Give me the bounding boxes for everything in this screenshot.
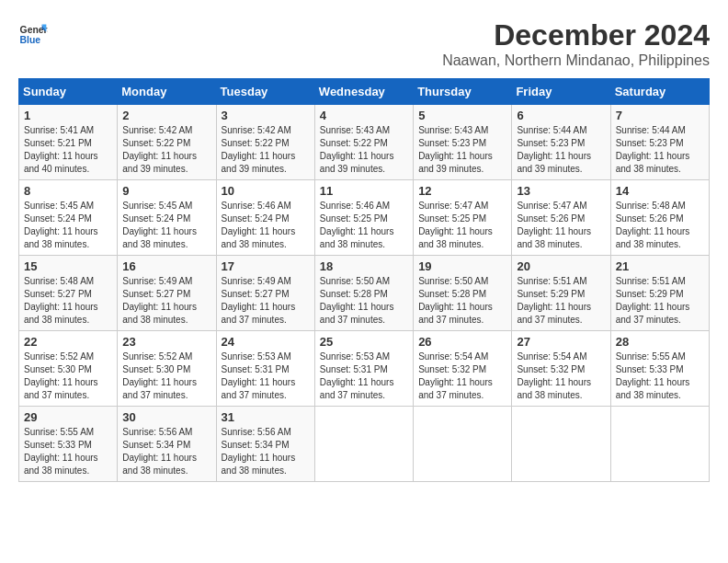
day-number: 20: [517, 259, 605, 273]
day-number: 3: [222, 109, 310, 122]
calendar-week-row: 1Sunrise: 5:41 AM Sunset: 5:21 PM Daylig…: [19, 105, 710, 180]
title-area: December 2024 Naawan, Northern Mindanao,…: [442, 18, 710, 69]
day-number: 16: [122, 259, 210, 273]
day-info: Sunrise: 5:51 AM Sunset: 5:29 PM Dayligh…: [616, 275, 704, 327]
day-info: Sunrise: 5:42 AM Sunset: 5:22 PM Dayligh…: [222, 124, 310, 176]
day-info: Sunrise: 5:49 AM Sunset: 5:27 PM Dayligh…: [222, 275, 310, 327]
calendar-cell: [314, 407, 413, 482]
day-number: 13: [517, 184, 605, 198]
day-info: Sunrise: 5:53 AM Sunset: 5:31 PM Dayligh…: [320, 350, 408, 402]
day-number: 29: [24, 410, 112, 424]
day-info: Sunrise: 5:50 AM Sunset: 5:28 PM Dayligh…: [418, 275, 506, 327]
day-info: Sunrise: 5:54 AM Sunset: 5:32 PM Dayligh…: [517, 350, 605, 402]
header: General Blue December 2024 Naawan, North…: [18, 18, 710, 69]
calendar-header-cell: Thursday: [414, 79, 512, 105]
calendar-header-cell: Sunday: [19, 79, 118, 105]
day-info: Sunrise: 5:43 AM Sunset: 5:22 PM Dayligh…: [320, 124, 408, 176]
day-number: 26: [418, 335, 506, 349]
calendar-cell: 16Sunrise: 5:49 AM Sunset: 5:27 PM Dayli…: [118, 256, 216, 331]
day-info: Sunrise: 5:43 AM Sunset: 5:23 PM Dayligh…: [418, 124, 506, 176]
calendar-cell: 5Sunrise: 5:43 AM Sunset: 5:23 PM Daylig…: [414, 105, 512, 180]
day-info: Sunrise: 5:55 AM Sunset: 5:33 PM Dayligh…: [616, 350, 704, 402]
calendar-header: SundayMondayTuesdayWednesdayThursdayFrid…: [19, 79, 710, 105]
day-info: Sunrise: 5:53 AM Sunset: 5:31 PM Dayligh…: [222, 350, 310, 402]
calendar-header-cell: Monday: [118, 79, 216, 105]
calendar-week-row: 29Sunrise: 5:55 AM Sunset: 5:33 PM Dayli…: [19, 407, 710, 482]
day-number: 21: [616, 259, 704, 273]
day-number: 15: [24, 259, 112, 273]
day-info: Sunrise: 5:52 AM Sunset: 5:30 PM Dayligh…: [122, 350, 210, 402]
calendar-cell: 8Sunrise: 5:45 AM Sunset: 5:24 PM Daylig…: [19, 180, 118, 256]
logo: General Blue: [18, 18, 48, 48]
day-number: 10: [222, 184, 310, 198]
day-info: Sunrise: 5:46 AM Sunset: 5:24 PM Dayligh…: [222, 200, 310, 251]
day-info: Sunrise: 5:45 AM Sunset: 5:24 PM Dayligh…: [122, 200, 210, 251]
day-info: Sunrise: 5:54 AM Sunset: 5:32 PM Dayligh…: [418, 350, 506, 402]
calendar-cell: 26Sunrise: 5:54 AM Sunset: 5:32 PM Dayli…: [414, 331, 512, 407]
calendar-cell: 11Sunrise: 5:46 AM Sunset: 5:25 PM Dayli…: [314, 180, 413, 256]
day-number: 30: [122, 410, 210, 424]
day-number: 8: [24, 184, 112, 198]
day-number: 4: [320, 109, 408, 122]
day-number: 6: [517, 109, 605, 122]
day-info: Sunrise: 5:45 AM Sunset: 5:24 PM Dayligh…: [24, 200, 112, 251]
day-info: Sunrise: 5:42 AM Sunset: 5:22 PM Dayligh…: [122, 124, 210, 176]
day-info: Sunrise: 5:48 AM Sunset: 5:27 PM Dayligh…: [24, 275, 112, 327]
svg-text:Blue: Blue: [20, 35, 41, 45]
calendar-cell: 9Sunrise: 5:45 AM Sunset: 5:24 PM Daylig…: [118, 180, 216, 256]
calendar-header-cell: Friday: [512, 79, 610, 105]
calendar-cell: 25Sunrise: 5:53 AM Sunset: 5:31 PM Dayli…: [314, 331, 413, 407]
day-number: 31: [222, 410, 310, 424]
day-info: Sunrise: 5:52 AM Sunset: 5:30 PM Dayligh…: [24, 350, 112, 402]
subtitle: Naawan, Northern Mindanao, Philippines: [442, 52, 710, 69]
day-number: 28: [616, 335, 704, 349]
day-number: 23: [122, 335, 210, 349]
calendar-cell: 28Sunrise: 5:55 AM Sunset: 5:33 PM Dayli…: [610, 331, 709, 407]
calendar-body: 1Sunrise: 5:41 AM Sunset: 5:21 PM Daylig…: [19, 105, 710, 482]
day-number: 25: [320, 335, 408, 349]
calendar-table: SundayMondayTuesdayWednesdayThursdayFrid…: [18, 78, 710, 482]
calendar-cell: [610, 407, 709, 482]
day-info: Sunrise: 5:56 AM Sunset: 5:34 PM Dayligh…: [222, 426, 310, 477]
day-info: Sunrise: 5:46 AM Sunset: 5:25 PM Dayligh…: [320, 200, 408, 251]
calendar-cell: 12Sunrise: 5:47 AM Sunset: 5:25 PM Dayli…: [414, 180, 512, 256]
calendar-cell: [414, 407, 512, 482]
calendar-cell: 1Sunrise: 5:41 AM Sunset: 5:21 PM Daylig…: [19, 105, 118, 180]
day-info: Sunrise: 5:55 AM Sunset: 5:33 PM Dayligh…: [24, 426, 112, 477]
day-number: 17: [222, 259, 310, 273]
calendar-week-row: 15Sunrise: 5:48 AM Sunset: 5:27 PM Dayli…: [19, 256, 710, 331]
day-number: 9: [122, 184, 210, 198]
calendar-cell: 23Sunrise: 5:52 AM Sunset: 5:30 PM Dayli…: [118, 331, 216, 407]
calendar-cell: 22Sunrise: 5:52 AM Sunset: 5:30 PM Dayli…: [19, 331, 118, 407]
calendar-cell: 27Sunrise: 5:54 AM Sunset: 5:32 PM Dayli…: [512, 331, 610, 407]
day-number: 27: [517, 335, 605, 349]
day-number: 7: [616, 109, 704, 122]
day-info: Sunrise: 5:50 AM Sunset: 5:28 PM Dayligh…: [320, 275, 408, 327]
calendar-cell: 6Sunrise: 5:44 AM Sunset: 5:23 PM Daylig…: [512, 105, 610, 180]
calendar-cell: 29Sunrise: 5:55 AM Sunset: 5:33 PM Dayli…: [19, 407, 118, 482]
day-number: 18: [320, 259, 408, 273]
day-number: 2: [122, 109, 210, 122]
calendar-cell: 7Sunrise: 5:44 AM Sunset: 5:23 PM Daylig…: [610, 105, 709, 180]
day-info: Sunrise: 5:44 AM Sunset: 5:23 PM Dayligh…: [517, 124, 605, 176]
calendar-week-row: 22Sunrise: 5:52 AM Sunset: 5:30 PM Dayli…: [19, 331, 710, 407]
calendar-cell: 17Sunrise: 5:49 AM Sunset: 5:27 PM Dayli…: [216, 256, 314, 331]
day-info: Sunrise: 5:41 AM Sunset: 5:21 PM Dayligh…: [24, 124, 112, 176]
calendar-cell: 10Sunrise: 5:46 AM Sunset: 5:24 PM Dayli…: [216, 180, 314, 256]
day-info: Sunrise: 5:47 AM Sunset: 5:25 PM Dayligh…: [418, 200, 506, 251]
day-number: 22: [24, 335, 112, 349]
calendar-cell: 20Sunrise: 5:51 AM Sunset: 5:29 PM Dayli…: [512, 256, 610, 331]
day-info: Sunrise: 5:47 AM Sunset: 5:26 PM Dayligh…: [517, 200, 605, 251]
calendar-header-cell: Tuesday: [216, 79, 314, 105]
day-number: 5: [418, 109, 506, 122]
day-number: 1: [24, 109, 112, 122]
calendar-header-cell: Saturday: [610, 79, 709, 105]
main-title: December 2024: [442, 18, 710, 52]
calendar-header-cell: Wednesday: [314, 79, 413, 105]
calendar-cell: [512, 407, 610, 482]
calendar-cell: 15Sunrise: 5:48 AM Sunset: 5:27 PM Dayli…: [19, 256, 118, 331]
calendar-cell: 19Sunrise: 5:50 AM Sunset: 5:28 PM Dayli…: [414, 256, 512, 331]
day-info: Sunrise: 5:51 AM Sunset: 5:29 PM Dayligh…: [517, 275, 605, 327]
calendar-cell: 21Sunrise: 5:51 AM Sunset: 5:29 PM Dayli…: [610, 256, 709, 331]
day-info: Sunrise: 5:56 AM Sunset: 5:34 PM Dayligh…: [122, 426, 210, 477]
